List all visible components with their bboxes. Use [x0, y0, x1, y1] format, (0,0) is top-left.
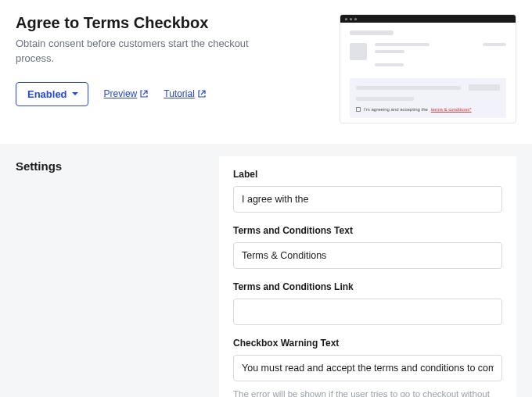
tutorial-link-label: Tutorial [164, 88, 195, 99]
header-card: Agree to Terms Checkbox Obtain consent b… [0, 0, 532, 144]
field-label-text: Label [233, 169, 502, 180]
field-label-text: Terms and Conditions Text [233, 225, 502, 236]
field-label: Label [233, 169, 502, 213]
preview-consent-row: I'm agreeing and accepting the terms & c… [356, 107, 500, 112]
page-description: Obtain consent before customers start th… [16, 37, 250, 66]
preview-consent-link: terms & conditions* [431, 107, 472, 112]
field-label-text: Checkbox Warning Text [233, 338, 502, 349]
caret-down-icon [72, 92, 78, 95]
page-title: Agree to Terms Checkbox [16, 14, 322, 32]
preview-consent-prefix: I'm agreeing and accepting the [364, 107, 428, 112]
settings-sidebar: Settings [16, 156, 203, 397]
terms-link-input[interactable] [233, 299, 502, 325]
field-terms-text: Terms and Conditions Text [233, 225, 502, 269]
enabled-button[interactable]: Enabled [16, 82, 88, 106]
tutorial-link[interactable]: Tutorial [164, 88, 206, 99]
header-actions: Enabled Preview Tutorial [16, 82, 322, 106]
preview-link-label: Preview [104, 88, 138, 99]
preview-window-bar [340, 15, 516, 23]
warning-help-text: The error will be shown if the user trie… [233, 388, 502, 397]
field-terms-link: Terms and Conditions Link [233, 281, 502, 325]
settings-panel: Label Terms and Conditions Text Terms an… [219, 156, 516, 397]
warning-text-input[interactable] [233, 355, 502, 381]
field-label-text: Terms and Conditions Link [233, 281, 502, 292]
label-input[interactable] [233, 186, 502, 213]
external-link-icon [140, 90, 148, 98]
terms-text-input[interactable] [233, 242, 502, 269]
preview-thumbnail: I'm agreeing and accepting the terms & c… [340, 14, 516, 123]
settings-section: Settings Label Terms and Conditions Text… [0, 144, 532, 397]
preview-link[interactable]: Preview [104, 88, 149, 99]
field-warning-text: Checkbox Warning Text The error will be … [233, 338, 502, 397]
settings-section-title: Settings [16, 156, 203, 173]
external-link-icon [198, 90, 206, 98]
header-left: Agree to Terms Checkbox Obtain consent b… [16, 14, 322, 123]
enabled-button-label: Enabled [27, 88, 67, 100]
checkbox-icon [356, 107, 361, 112]
preview-body: I'm agreeing and accepting the terms & c… [340, 23, 516, 123]
